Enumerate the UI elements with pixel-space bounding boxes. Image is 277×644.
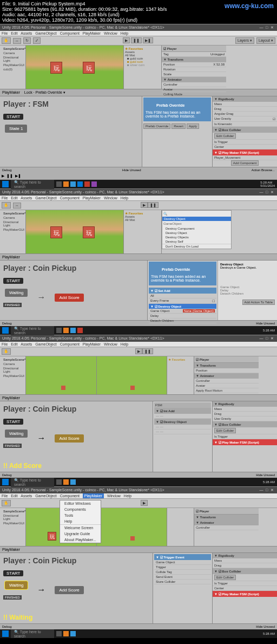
fsm-canvas[interactable]: Player : FSM START State 1: [0, 96, 142, 167]
task-icon[interactable]: [63, 181, 69, 187]
playmaker-menu[interactable]: Editor Windows Components Tools Help Wel…: [60, 500, 101, 543]
watermark: www.cg-ku.com: [225, 2, 274, 10]
main-toolbar[interactable]: ✋ ↔ ↻ ⤢ ▶ ❚❚ ▶❚ Layers ▾ Layout ▾: [0, 36, 277, 45]
task-icon[interactable]: [56, 181, 62, 187]
pause-button[interactable]: ❚❚: [131, 37, 142, 43]
scale-tool-icon[interactable]: ⤢: [33, 37, 41, 44]
layout-dropdown[interactable]: Layout ▾: [256, 37, 275, 44]
prefab-override-box[interactable]: Prefab Override This FSM has been added …: [143, 97, 211, 121]
start-node[interactable]: START: [3, 114, 23, 120]
media-info-header: File: 9. Initial Coin Pickup System.mp4 …: [0, 0, 277, 24]
playmaker-panel[interactable]: PlayMaker Lock · Prefab Override ▾ Playe…: [0, 89, 277, 173]
task-icon[interactable]: [84, 181, 90, 187]
screenshot-3: Unity 2018.4.0f1 Personal - SampleScene.…: [0, 335, 277, 486]
inspector-panel-lower[interactable]: ▼ Rigidbody Mass Drag Angular Drag Use G…: [212, 96, 277, 167]
play-icon[interactable]: ▶: [2, 174, 4, 178]
move-tool-icon[interactable]: ↔: [13, 38, 21, 44]
prefab-icon: [146, 101, 155, 110]
window-titlebar: Unity 2018.4.0f1 Personal - SampleScene.…: [0, 24, 277, 31]
task-icon[interactable]: [91, 181, 97, 187]
screenshot-2: Unity 2018.4.0f1 Personal - SampleScene.…: [0, 188, 277, 335]
inspector-panel[interactable]: ☑ Player TagUntagged ▼ Transform Positio…: [161, 45, 226, 89]
start-button[interactable]: [2, 181, 9, 187]
search-input[interactable]: 🔍 Type here to search: [11, 180, 54, 189]
layers-dropdown[interactable]: Layers ▾: [235, 37, 254, 44]
window-controls[interactable]: —□✕: [259, 25, 275, 30]
task-icon[interactable]: [70, 181, 76, 187]
hand-tool-icon[interactable]: ✋: [2, 37, 11, 44]
screenshot-1: Unity 2018.4.0f1 Personal - SampleScene.…: [0, 24, 277, 188]
screenshot-4: Unity 2018.4.0f1 Personal - SampleScene.…: [0, 486, 277, 638]
pause-icon[interactable]: ❚❚: [6, 174, 13, 178]
menubar[interactable]: FileEditAssetsGameObjectComponentPlayMak…: [0, 196, 277, 201]
step-button[interactable]: ▶❚: [143, 37, 153, 43]
scene-view[interactable]: 玩 玩: [26, 45, 123, 89]
add-score-node[interactable]: Add Score: [55, 294, 83, 302]
audio-line: Audio: aac, 44100 Hz, 2 channels, s16, 1…: [2, 12, 275, 17]
menubar[interactable]: FileEditAssetsGameObjectComponentPlayMak…: [0, 31, 277, 36]
fsm-side-panel[interactable]: Prefab Override This FSM has been added …: [142, 96, 212, 167]
play-button[interactable]: ▶: [123, 37, 130, 43]
task-icon[interactable]: [77, 181, 83, 187]
windows-taskbar[interactable]: 🔍 Type here to search 5:28 AM5/31/2024: [0, 180, 277, 188]
step-icon[interactable]: ▶❚: [15, 174, 21, 178]
project-panel[interactable]: ★ Favorites Assets All Mat ■ gold coin ■…: [123, 45, 161, 89]
state1-node[interactable]: State 1: [5, 125, 27, 133]
rotate-tool-icon[interactable]: ↻: [23, 37, 31, 44]
video-line: Video: h264, yuv420p, 1280x720, 1209 kb/…: [2, 17, 275, 23]
hierarchy-panel[interactable]: SampleScene* Camera Directional Light Pl…: [0, 45, 26, 89]
